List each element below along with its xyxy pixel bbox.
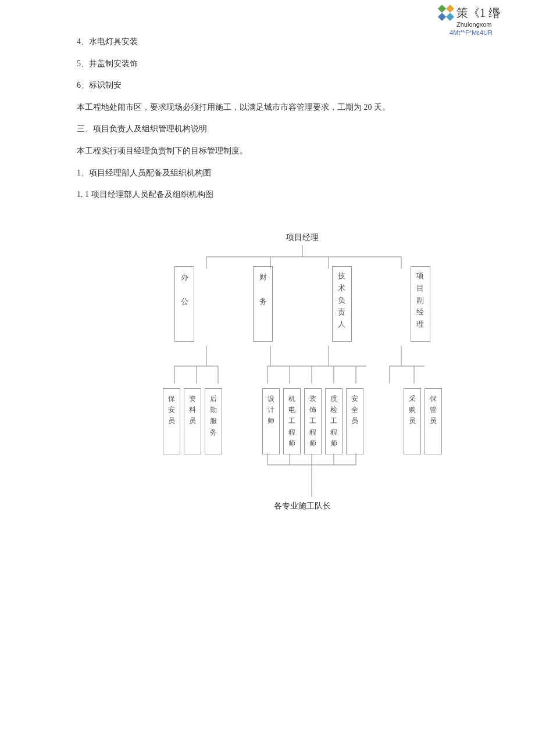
org-group-admin: 保安员 资料员 后勤服务 bbox=[163, 388, 222, 454]
header-title: 策《1 缗 bbox=[456, 5, 500, 21]
org-node: 装饰工程师 bbox=[304, 388, 322, 454]
org-group-supply: 采购员 保管员 bbox=[404, 388, 442, 454]
org-group-tech: 设计师 机电工程师 装饰工程师 质检工程师 安全员 bbox=[262, 388, 363, 454]
document-body: 4、水电灯具安装 5、井盖制安装饰 6、标识制安 本工程地处闹市区，要求现场必须… bbox=[77, 36, 461, 211]
svg-rect-3 bbox=[446, 13, 454, 21]
org-node-tech-lead: 技术负责人 bbox=[332, 266, 352, 342]
org-node-deputy-pm: 项目副经理 bbox=[411, 266, 430, 342]
paragraph: 6、标识制安 bbox=[77, 80, 461, 91]
org-node: 安全员 bbox=[346, 388, 363, 454]
svg-rect-0 bbox=[438, 5, 446, 13]
paragraph: 5、井盖制安装饰 bbox=[77, 58, 461, 70]
org-top-label: 项目经理 bbox=[163, 232, 442, 243]
org-node: 采购员 bbox=[404, 388, 421, 454]
paragraph: 本工程实行项目经理负责制下的目标管理制度。 bbox=[77, 145, 461, 157]
org-bottom-label: 各专业施工队长 bbox=[163, 501, 442, 511]
org-node: 保安员 bbox=[163, 388, 180, 454]
page-header: 策《1 缗 Zhulongxom 4Mt**F*Mε4UR bbox=[438, 5, 500, 36]
org-node: 设计师 bbox=[262, 388, 280, 454]
paragraph: 4、水电灯具安装 bbox=[77, 36, 461, 48]
org-node: 资料员 bbox=[184, 388, 201, 454]
svg-rect-1 bbox=[446, 5, 454, 13]
org-node-office: 办 公 bbox=[174, 266, 194, 342]
header-subtitle: Zhulongxom bbox=[438, 21, 500, 28]
paragraph: 三、项目负责人及组织管理机构说明 bbox=[77, 123, 461, 135]
org-node: 后勤服务 bbox=[205, 388, 222, 454]
paragraph: 本工程地处闹市区，要求现场必须打用施工，以满足城市市容管理要求，工期为 20 天… bbox=[77, 102, 461, 113]
paragraph: 1. 1 项目经理部人员配备及组织机构图 bbox=[77, 189, 461, 200]
svg-rect-2 bbox=[438, 13, 446, 21]
paragraph: 1、项目经理部人员配备及组织机构图 bbox=[77, 167, 461, 179]
org-node-finance: 财 务 bbox=[253, 266, 273, 342]
org-chart: 项目经理 bbox=[163, 232, 442, 511]
header-code: 4Mt**F*Mε4UR bbox=[438, 29, 500, 36]
org-node: 机电工程师 bbox=[283, 388, 301, 454]
logo-icon bbox=[438, 5, 454, 21]
org-node: 保管员 bbox=[425, 388, 442, 454]
org-node: 质检工程师 bbox=[325, 388, 343, 454]
